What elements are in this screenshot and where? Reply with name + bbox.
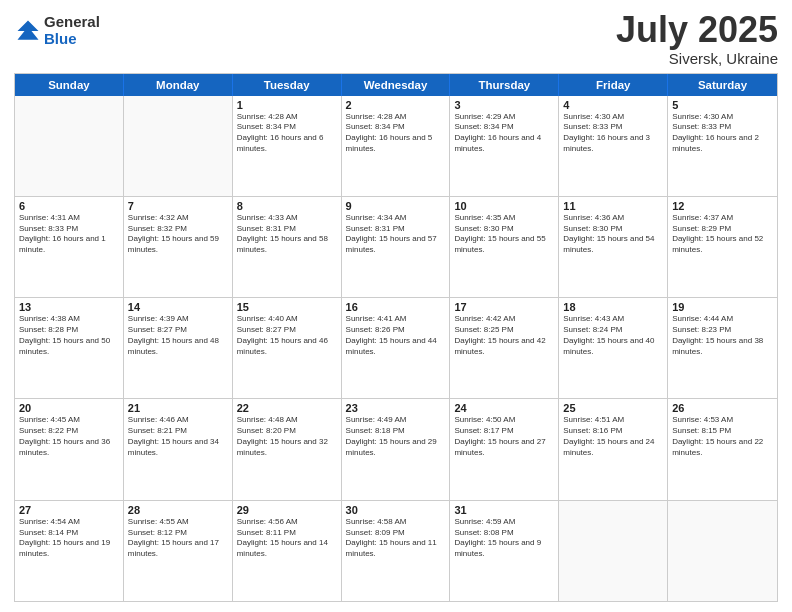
- cal-cell-empty-0-0: [15, 96, 124, 196]
- header-day-thursday: Thursday: [450, 74, 559, 96]
- day-number: 7: [128, 200, 228, 212]
- cal-cell-empty-4-5: [559, 501, 668, 601]
- cell-info: Sunrise: 4:39 AMSunset: 8:27 PMDaylight:…: [128, 314, 228, 357]
- cal-cell-27: 27Sunrise: 4:54 AMSunset: 8:14 PMDayligh…: [15, 501, 124, 601]
- cell-info: Sunrise: 4:35 AMSunset: 8:30 PMDaylight:…: [454, 213, 554, 256]
- calendar: SundayMondayTuesdayWednesdayThursdayFrid…: [14, 73, 778, 602]
- day-number: 1: [237, 99, 337, 111]
- day-number: 26: [672, 402, 773, 414]
- day-number: 28: [128, 504, 228, 516]
- cell-info: Sunrise: 4:58 AMSunset: 8:09 PMDaylight:…: [346, 517, 446, 560]
- cell-info: Sunrise: 4:33 AMSunset: 8:31 PMDaylight:…: [237, 213, 337, 256]
- cell-info: Sunrise: 4:34 AMSunset: 8:31 PMDaylight:…: [346, 213, 446, 256]
- day-number: 2: [346, 99, 446, 111]
- cal-cell-5: 5Sunrise: 4:30 AMSunset: 8:33 PMDaylight…: [668, 96, 777, 196]
- cell-info: Sunrise: 4:45 AMSunset: 8:22 PMDaylight:…: [19, 415, 119, 458]
- cell-info: Sunrise: 4:31 AMSunset: 8:33 PMDaylight:…: [19, 213, 119, 256]
- title-location: Siversk, Ukraine: [616, 50, 778, 67]
- day-number: 19: [672, 301, 773, 313]
- calendar-header: SundayMondayTuesdayWednesdayThursdayFrid…: [15, 74, 777, 96]
- day-number: 29: [237, 504, 337, 516]
- cal-cell-9: 9Sunrise: 4:34 AMSunset: 8:31 PMDaylight…: [342, 197, 451, 297]
- header-day-friday: Friday: [559, 74, 668, 96]
- cal-cell-19: 19Sunrise: 4:44 AMSunset: 8:23 PMDayligh…: [668, 298, 777, 398]
- cal-cell-empty-0-1: [124, 96, 233, 196]
- day-number: 20: [19, 402, 119, 414]
- cal-cell-20: 20Sunrise: 4:45 AMSunset: 8:22 PMDayligh…: [15, 399, 124, 499]
- cal-cell-8: 8Sunrise: 4:33 AMSunset: 8:31 PMDaylight…: [233, 197, 342, 297]
- cal-cell-30: 30Sunrise: 4:58 AMSunset: 8:09 PMDayligh…: [342, 501, 451, 601]
- day-number: 8: [237, 200, 337, 212]
- cell-info: Sunrise: 4:49 AMSunset: 8:18 PMDaylight:…: [346, 415, 446, 458]
- cal-cell-25: 25Sunrise: 4:51 AMSunset: 8:16 PMDayligh…: [559, 399, 668, 499]
- logo: General Blue: [14, 14, 100, 47]
- cell-info: Sunrise: 4:50 AMSunset: 8:17 PMDaylight:…: [454, 415, 554, 458]
- page: General Blue July 2025 Siversk, Ukraine …: [0, 0, 792, 612]
- cal-cell-15: 15Sunrise: 4:40 AMSunset: 8:27 PMDayligh…: [233, 298, 342, 398]
- day-number: 5: [672, 99, 773, 111]
- cal-cell-22: 22Sunrise: 4:48 AMSunset: 8:20 PMDayligh…: [233, 399, 342, 499]
- cell-info: Sunrise: 4:40 AMSunset: 8:27 PMDaylight:…: [237, 314, 337, 357]
- cell-info: Sunrise: 4:42 AMSunset: 8:25 PMDaylight:…: [454, 314, 554, 357]
- day-number: 12: [672, 200, 773, 212]
- cell-info: Sunrise: 4:56 AMSunset: 8:11 PMDaylight:…: [237, 517, 337, 560]
- cell-info: Sunrise: 4:53 AMSunset: 8:15 PMDaylight:…: [672, 415, 773, 458]
- svg-marker-0: [18, 20, 39, 39]
- cal-cell-18: 18Sunrise: 4:43 AMSunset: 8:24 PMDayligh…: [559, 298, 668, 398]
- day-number: 15: [237, 301, 337, 313]
- cell-info: Sunrise: 4:38 AMSunset: 8:28 PMDaylight:…: [19, 314, 119, 357]
- cell-info: Sunrise: 4:32 AMSunset: 8:32 PMDaylight:…: [128, 213, 228, 256]
- cal-cell-21: 21Sunrise: 4:46 AMSunset: 8:21 PMDayligh…: [124, 399, 233, 499]
- day-number: 27: [19, 504, 119, 516]
- cell-info: Sunrise: 4:59 AMSunset: 8:08 PMDaylight:…: [454, 517, 554, 560]
- cal-cell-29: 29Sunrise: 4:56 AMSunset: 8:11 PMDayligh…: [233, 501, 342, 601]
- header-day-wednesday: Wednesday: [342, 74, 451, 96]
- title-block: July 2025 Siversk, Ukraine: [616, 10, 778, 67]
- logo-blue: Blue: [44, 31, 100, 48]
- cal-cell-6: 6Sunrise: 4:31 AMSunset: 8:33 PMDaylight…: [15, 197, 124, 297]
- cell-info: Sunrise: 4:46 AMSunset: 8:21 PMDaylight:…: [128, 415, 228, 458]
- cell-info: Sunrise: 4:41 AMSunset: 8:26 PMDaylight:…: [346, 314, 446, 357]
- week-row-1: 1Sunrise: 4:28 AMSunset: 8:34 PMDaylight…: [15, 96, 777, 197]
- cal-cell-13: 13Sunrise: 4:38 AMSunset: 8:28 PMDayligh…: [15, 298, 124, 398]
- day-number: 18: [563, 301, 663, 313]
- cal-cell-7: 7Sunrise: 4:32 AMSunset: 8:32 PMDaylight…: [124, 197, 233, 297]
- cal-cell-empty-4-6: [668, 501, 777, 601]
- day-number: 21: [128, 402, 228, 414]
- cal-cell-10: 10Sunrise: 4:35 AMSunset: 8:30 PMDayligh…: [450, 197, 559, 297]
- header-day-saturday: Saturday: [668, 74, 777, 96]
- cal-cell-23: 23Sunrise: 4:49 AMSunset: 8:18 PMDayligh…: [342, 399, 451, 499]
- cal-cell-3: 3Sunrise: 4:29 AMSunset: 8:34 PMDaylight…: [450, 96, 559, 196]
- cell-info: Sunrise: 4:55 AMSunset: 8:12 PMDaylight:…: [128, 517, 228, 560]
- day-number: 30: [346, 504, 446, 516]
- day-number: 11: [563, 200, 663, 212]
- header: General Blue July 2025 Siversk, Ukraine: [14, 10, 778, 67]
- cell-info: Sunrise: 4:48 AMSunset: 8:20 PMDaylight:…: [237, 415, 337, 458]
- cal-cell-31: 31Sunrise: 4:59 AMSunset: 8:08 PMDayligh…: [450, 501, 559, 601]
- week-row-5: 27Sunrise: 4:54 AMSunset: 8:14 PMDayligh…: [15, 501, 777, 601]
- day-number: 31: [454, 504, 554, 516]
- day-number: 13: [19, 301, 119, 313]
- day-number: 16: [346, 301, 446, 313]
- cell-info: Sunrise: 4:37 AMSunset: 8:29 PMDaylight:…: [672, 213, 773, 256]
- calendar-body: 1Sunrise: 4:28 AMSunset: 8:34 PMDaylight…: [15, 96, 777, 601]
- day-number: 4: [563, 99, 663, 111]
- cell-info: Sunrise: 4:30 AMSunset: 8:33 PMDaylight:…: [672, 112, 773, 155]
- cal-cell-11: 11Sunrise: 4:36 AMSunset: 8:30 PMDayligh…: [559, 197, 668, 297]
- day-number: 14: [128, 301, 228, 313]
- week-row-4: 20Sunrise: 4:45 AMSunset: 8:22 PMDayligh…: [15, 399, 777, 500]
- header-day-sunday: Sunday: [15, 74, 124, 96]
- cell-info: Sunrise: 4:28 AMSunset: 8:34 PMDaylight:…: [346, 112, 446, 155]
- title-month: July 2025: [616, 10, 778, 50]
- logo-general: General: [44, 14, 100, 31]
- cal-cell-1: 1Sunrise: 4:28 AMSunset: 8:34 PMDaylight…: [233, 96, 342, 196]
- cal-cell-28: 28Sunrise: 4:55 AMSunset: 8:12 PMDayligh…: [124, 501, 233, 601]
- week-row-3: 13Sunrise: 4:38 AMSunset: 8:28 PMDayligh…: [15, 298, 777, 399]
- day-number: 6: [19, 200, 119, 212]
- cell-info: Sunrise: 4:51 AMSunset: 8:16 PMDaylight:…: [563, 415, 663, 458]
- cell-info: Sunrise: 4:36 AMSunset: 8:30 PMDaylight:…: [563, 213, 663, 256]
- week-row-2: 6Sunrise: 4:31 AMSunset: 8:33 PMDaylight…: [15, 197, 777, 298]
- day-number: 22: [237, 402, 337, 414]
- cal-cell-4: 4Sunrise: 4:30 AMSunset: 8:33 PMDaylight…: [559, 96, 668, 196]
- day-number: 3: [454, 99, 554, 111]
